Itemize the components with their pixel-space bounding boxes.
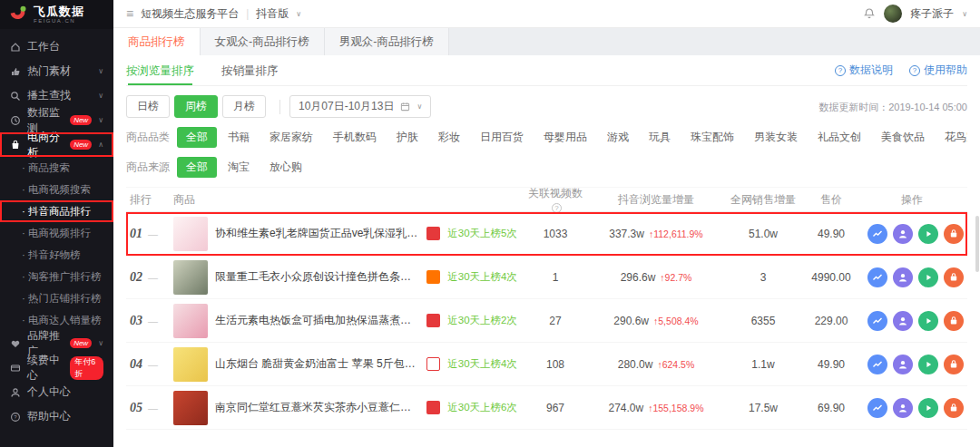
shop-icon[interactable] [944,267,964,287]
category-option[interactable]: 书籍 [219,127,259,148]
submenu-item[interactable]: 热门店铺排行榜 [0,287,113,309]
shop-icon[interactable] [944,398,964,418]
broadcaster-icon[interactable] [893,267,913,287]
header-price: 售价 [802,192,860,208]
shop-icon[interactable] [944,355,964,374]
category-option[interactable]: 全部 [177,127,217,148]
trend-chart-icon[interactable] [867,267,887,287]
video-play-icon[interactable] [918,224,938,244]
product-thumbnail[interactable] [173,347,208,382]
category-option[interactable]: 护肤 [387,127,427,148]
product-title[interactable]: 南京同仁堂红豆薏米芡实茶赤小豆薏仁茶苦荞大麦茶叶花茶组合茶包 [215,400,419,415]
category-option[interactable]: 花鸟宠物 [936,127,967,148]
data-note-link[interactable]: ?数据说明 [835,63,893,78]
category-option[interactable]: 彩妆 [429,127,469,148]
broadcaster-icon[interactable] [893,355,913,374]
video-play-icon[interactable] [918,355,938,374]
category-option[interactable]: 礼品文创 [808,127,870,148]
video-play-icon[interactable] [918,311,938,331]
hamburger-icon[interactable]: ≡ [126,6,133,21]
product-title[interactable]: 协和维生素e乳老牌国货正品ve乳保湿乳液护肤身体乳补水维生素e霜 [215,226,419,241]
product-row[interactable]: 02 — 限量重工毛衣小众原创设计撞色拼色条纹男女情侣款高端定制新款 近30天上… [126,256,967,299]
views-increment-cell: 274.0w ↑155,158.9% [588,402,724,414]
trend-chart-icon[interactable] [867,398,887,418]
category-option[interactable]: 美食饮品 [872,127,934,148]
sidebar-nav: 工作台 热门素材 ∨ 播主查找 ∨ 数据监测 New ∨ 电商分析 Ne [0,29,113,429]
category-option[interactable]: 母婴用品 [534,127,596,148]
info-circle-icon[interactable]: ? [552,203,562,213]
product-thumbnail[interactable] [173,217,208,251]
sidebar-item-help-center[interactable]: ? 帮助中心 [0,404,113,429]
broadcaster-icon[interactable] [893,311,913,331]
submenu-item[interactable]: 抖音好物榜 [0,244,113,266]
product-thumbnail[interactable] [173,304,208,338]
product-row[interactable]: 05 — 南京同仁堂红豆薏米芡实茶赤小豆薏仁茶苦荞大麦茶叶花茶组合茶包 近30天… [126,386,967,430]
category-option[interactable]: 珠宝配饰 [681,127,743,148]
source-option[interactable]: 放心购 [260,157,311,178]
submenu-item[interactable]: 电商视频排行 [0,222,113,244]
video-play-icon[interactable] [918,267,938,287]
ecommerce-submenu: 商品搜索 电商视频搜索 抖音商品排行 电商视频排行 抖音好物榜 淘客推广排行榜 … [0,157,113,331]
logo[interactable]: 飞瓜数据 FEIGUA.CN [0,0,113,29]
submenu-item[interactable]: 淘客推广排行榜 [0,266,113,287]
rank-number: 04 [130,357,142,372]
source-option-label: 全部 [186,160,208,173]
broadcaster-icon[interactable] [893,224,913,244]
shop-icon[interactable] [944,224,964,244]
sidebar-item-ecommerce-analysis[interactable]: 电商分析 New ∧ [0,132,113,157]
submenu-item[interactable]: 商品搜索 [0,157,113,179]
sidebar-item-hot-material[interactable]: 热门素材 ∨ [0,59,113,83]
period-weekly-button[interactable]: 周榜 [174,95,218,118]
sort-tab-by-sales[interactable]: 按销量排序 [221,55,279,85]
sidebar-item-personal-center[interactable]: 个人中心 [0,380,113,404]
trend-chart-icon[interactable] [867,311,887,331]
chevron-down-icon: ∨ [416,102,422,111]
shop-icon[interactable] [944,311,964,331]
product-thumbnail[interactable] [173,391,208,425]
date-range-select[interactable]: 10月07日-10月13日 ∨ [289,95,431,118]
submenu-item-label: 淘客推广排行榜 [28,271,102,282]
views-change-percent: ↑624.5% [657,359,694,370]
category-option-label: 男装女装 [754,131,798,143]
tab-male-product-ranking[interactable]: 男观众-商品排行榜 [325,28,449,55]
price: 49.90 [802,358,860,371]
category-option[interactable]: 家居家纺 [260,127,322,148]
source-option[interactable]: 淘宝 [219,157,259,178]
sidebar-item-renewal-center[interactable]: 续费中心 年付6折 [0,355,113,380]
usage-help-link[interactable]: ?使用帮助 [909,63,967,78]
category-option[interactable]: 男装女装 [745,127,807,148]
tab-female-product-ranking[interactable]: 女观众-商品排行榜 [201,28,325,55]
category-option[interactable]: 日用百货 [471,127,533,148]
product-row[interactable]: 03 — 生活元素电热饭盒可插电加热保温蒸煮带饭锅煲汤器上班族1人2便携 近30… [126,299,967,343]
source-option[interactable]: 全部 [177,157,217,178]
submenu-item[interactable]: 抖音商品排行 [0,200,113,222]
product-row[interactable]: 04 — 山东烟台 脆甜黄金奶油富士 苹果 5斤包邮 酸甜口感 近30天上榜4次… [126,343,967,386]
scrollbar[interactable] [975,216,979,272]
sidebar-item-workbench[interactable]: 工作台 [0,34,113,59]
user-name[interactable]: 疼子派子 [910,6,954,22]
product-title[interactable]: 限量重工毛衣小众原创设计撞色拼色条纹男女情侣款高端定制新款 [215,269,419,285]
video-play-icon[interactable] [918,398,938,418]
version-switcher[interactable]: 抖音版 [256,6,289,22]
header-product: 商品 [173,192,523,208]
views-increment-cell: 337.3w ↑112,611.9% [588,228,724,240]
broadcaster-icon[interactable] [893,398,913,418]
category-option[interactable]: 手机数码 [324,127,386,148]
product-row[interactable]: 01 — 协和维生素e乳老牌国货正品ve乳保湿乳液护肤身体乳补水维生素e霜 近3… [126,212,967,256]
period-monthly-button[interactable]: 月榜 [222,95,266,118]
bell-icon[interactable] [863,7,876,20]
product-title[interactable]: 生活元素电热饭盒可插电加热保温蒸煮带饭锅煲汤器上班族1人2便携 [215,313,419,328]
product-title[interactable]: 山东烟台 脆甜黄金奶油富士 苹果 5斤包邮 酸甜口感 [215,356,419,372]
category-option[interactable]: 游戏 [598,127,638,148]
trend-chart-icon[interactable] [867,224,887,244]
tab-product-ranking[interactable]: 商品排行榜 [113,28,201,55]
sales-increment: 3 [724,271,802,284]
period-daily-button[interactable]: 日榜 [126,95,170,118]
submenu-item[interactable]: 电商视频搜索 [0,179,113,200]
ranking-table: 排行 商品 关联视频数? 抖音浏览量增量 全网销售增量 售价 操作 01 — [126,187,967,447]
category-option[interactable]: 玩具 [640,127,680,148]
avatar[interactable] [884,5,902,23]
sort-tab-by-views[interactable]: 按浏览量排序 [126,55,194,85]
product-thumbnail[interactable] [173,260,208,295]
trend-chart-icon[interactable] [867,355,887,374]
